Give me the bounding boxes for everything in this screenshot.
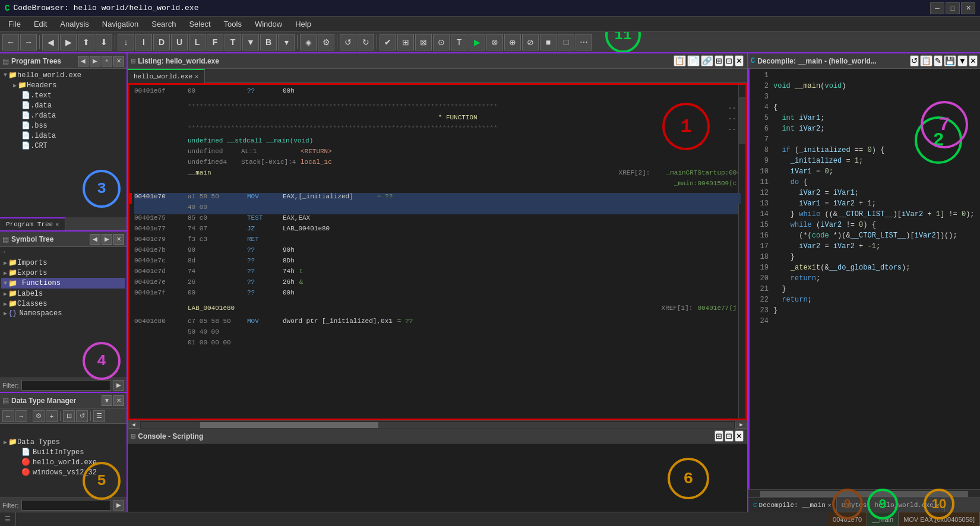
decomp-btn-save[interactable]: 💾 [944,55,956,66]
dt-btn-filter[interactable]: ⊡ [63,410,75,422]
console-btn-2[interactable]: ⊡ [725,430,734,442]
asm-line-mov2[interactable]: 00401e80 c7 05 58 50 MOV dword ptr [_ini… [134,318,741,328]
asm-line-jz[interactable]: 00401e77 74 07 JZ LAB_00401e80 [134,225,741,236]
decomp-btn-down[interactable]: ▼ [957,55,968,66]
console-btn-1[interactable]: ⊞ [715,430,723,442]
toolbar-plugin[interactable]: ◈ [300,34,317,50]
listing-minimap[interactable] [738,85,745,419]
toolbar-more2[interactable]: □ [558,34,574,50]
listing-btn-5[interactable]: ⊡ [725,55,734,66]
menu-select[interactable]: Select [183,18,216,30]
toolbar-debug[interactable]: ⊗ [486,34,503,50]
toolbar-btn-t[interactable]: T [225,34,241,50]
tree-item-bss[interactable]: 📄 .bss [1,121,125,131]
toolbar-btn-3[interactable]: ◀ [42,34,59,50]
status-func[interactable]: __main 9 [867,512,899,527]
decomp-tab-main[interactable]: C Decompile: __main ✕ [748,498,837,512]
toolbar-forward[interactable]: → [20,34,37,50]
listing-btn-3[interactable]: 🔗 [701,55,713,66]
menu-tools[interactable]: Tools [218,18,248,30]
tree-item-crt[interactable]: 📄 .CRT [1,141,125,151]
menu-edit[interactable]: Edit [28,18,53,30]
symbol-classes[interactable]: ▶ 📁 Classes [1,299,125,309]
tree-item-headers[interactable]: ▶ 📁 Headers [1,80,125,90]
toolbar-btn-5[interactable]: ⬆ [78,34,94,50]
console-close[interactable]: ✕ [735,430,744,442]
toolbar-diff[interactable]: ⊕ [504,34,521,50]
program-trees-btn-1[interactable]: ◀ [78,56,88,66]
listing-close[interactable]: ✕ [735,55,744,66]
symbol-tree-btn-1[interactable]: ◀ [90,234,100,245]
dt-btn-refresh[interactable]: ↺ [76,410,88,422]
symbol-functions[interactable]: ▼ 📁 Functions [1,278,125,289]
tree-item-data[interactable]: 📄 .data [1,100,125,110]
decomp-btn-copy[interactable]: 📋 [920,55,932,66]
symbol-filter-input[interactable] [21,380,112,391]
dt-btn-fwd[interactable]: → [15,410,27,422]
decomp-tab-bytes[interactable]: B Bytes: hello_world.exe ✕ [837,498,945,512]
symbol-tree-btn-2[interactable]: ▶ [102,234,112,245]
menu-file[interactable]: File [2,18,27,30]
asm-line-test[interactable]: 00401e75 85 c0 TEST EAX,EAX [134,214,741,225]
menu-search[interactable]: Search [146,18,182,30]
dt-btn-add[interactable]: + [46,410,58,422]
toolbar-btn-4[interactable]: ▶ [60,34,77,50]
tab-program-tree[interactable]: Program Tree ✕ [0,217,65,230]
dt-item-datatypes[interactable]: ▶ 📁 Data Types [1,437,125,447]
listing-btn-2[interactable]: 📄 [687,55,700,66]
toolbar-btn-i[interactable]: I [135,34,152,50]
toolbar-bookmark[interactable]: ✔ [380,34,396,50]
symbol-namespaces[interactable]: ▶ {} Namespaces [1,309,125,318]
data-type-close[interactable]: ✕ [113,395,124,406]
dt-btn-list[interactable]: ☰ [93,410,105,422]
menu-help[interactable]: Help [289,18,317,30]
toolbar-nav-down[interactable]: ↓ [118,34,134,50]
scrollbar-thumb[interactable] [200,422,378,428]
toolbar-auto[interactable]: T [451,34,467,50]
dt-filter-btn[interactable]: ▶ [113,500,124,511]
decomp-close[interactable]: ✕ [969,55,978,66]
toolbar-btn-u[interactable]: U [171,34,188,50]
program-trees-btn-2[interactable]: ▶ [90,56,100,66]
program-trees-close[interactable]: ✕ [113,56,124,66]
symbol-tree-close[interactable]: ✕ [113,234,124,245]
toolbar-undo[interactable]: ↺ [340,34,356,50]
status-addr[interactable]: 00401e70 8 [828,512,867,527]
toolbar-btn-l[interactable]: L [189,34,206,50]
tree-item-text[interactable]: 📄 .text [1,90,125,100]
symbol-filter-btn[interactable]: ▶ [113,380,124,391]
listing-tab-main[interactable]: hello_world.exe ✕ [128,69,205,83]
decomp-tab-bytes-close[interactable]: ✕ [936,502,940,509]
toolbar-redo[interactable]: ↻ [358,34,374,50]
toolbar-search-mem[interactable]: ⊠ [415,34,432,50]
toolbar-btn-bd[interactable]: ▾ [278,34,295,50]
menu-analysis[interactable]: Analysis [54,18,94,30]
dt-btn-settings[interactable]: ⚙ [33,410,45,422]
program-trees-btn-3[interactable]: + [102,56,112,66]
toolbar-more3[interactable]: ⋯ [576,34,592,50]
decomp-btn-edit[interactable]: ✎ [934,55,943,66]
decomp-btn-refresh[interactable]: ↺ [910,55,919,66]
toolbar-btn-6[interactable]: ⬇ [96,34,112,50]
dt-filter-input[interactable] [21,500,112,511]
decomp-scrollbar-track[interactable] [760,491,968,497]
tree-item-rdata[interactable]: 📄 .rdata [1,110,125,121]
toolbar-search-prog[interactable]: ⊙ [433,34,450,50]
tree-item-exe[interactable]: ▼ 📁 hello_world.exe [1,70,125,80]
toolbar-analyze[interactable]: ⚙ [318,34,334,50]
toolbar-snapshots[interactable]: ⊞ [397,34,414,50]
status-instr[interactable]: MOV EAX,[0x00405058] 10 [899,512,980,527]
data-type-btn-down[interactable]: ▼ [102,395,112,406]
toolbar-btn-d[interactable]: D [153,34,170,50]
symbol-exports[interactable]: ▶ 📁 Exports [1,268,125,278]
toolbar-btn-b[interactable]: B [260,34,277,50]
dt-item-helloworld[interactable]: 🔴 hello_world.exe [1,457,125,467]
menu-window[interactable]: Window [249,18,288,30]
symbol-imports[interactable]: ▶ 📁 Imports [1,258,125,268]
scrollbar-track[interactable] [141,422,734,428]
toolbar-btn-f[interactable]: F [207,34,223,50]
code-line-2[interactable]: 2 void __main(void) [752,82,978,93]
asm-line-mov[interactable]: 00401e70 a1 58 50 MOV EAX,[_initialized]… [134,193,741,204]
close-button[interactable]: ✕ [961,2,975,14]
dt-btn-back[interactable]: ← [2,410,14,422]
